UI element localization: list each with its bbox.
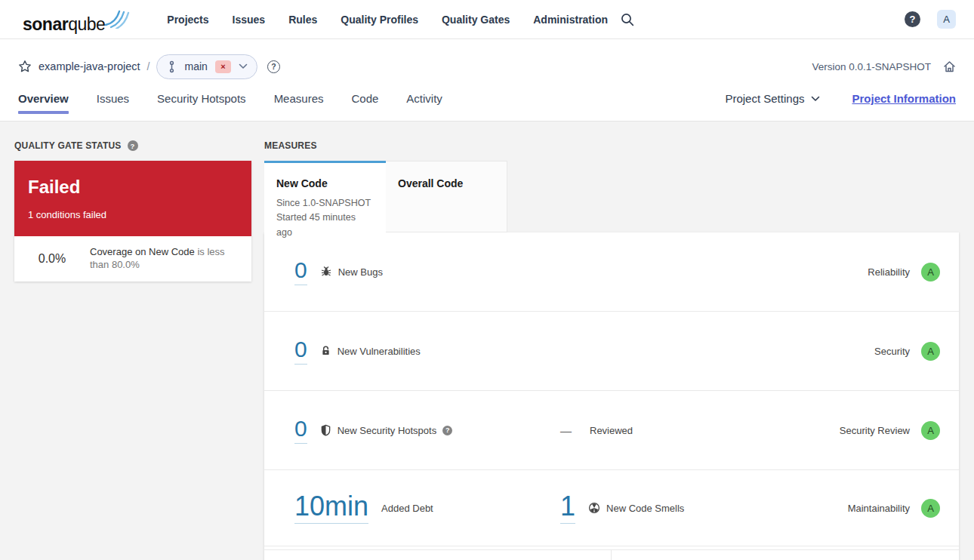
new-code-smells-count[interactable]: 1: [560, 493, 575, 524]
reviewed-label: Reviewed: [590, 425, 633, 436]
measures-title-text: MEASURES: [264, 140, 317, 151]
hotspots-help-icon[interactable]: ?: [442, 426, 452, 435]
new-code-tab-label: New Code: [276, 177, 374, 189]
added-debt-value[interactable]: 10min: [294, 493, 368, 524]
reliability-rating-badge[interactable]: A: [921, 263, 940, 282]
new-bugs-label: New Bugs: [338, 266, 383, 278]
new-bugs-count[interactable]: 0: [294, 259, 307, 285]
condition-metric: Coverage on New Code: [90, 246, 195, 257]
chevron-down-icon: [811, 96, 820, 102]
search-icon: [621, 13, 634, 26]
project-name-link[interactable]: example-java-project: [39, 60, 140, 72]
security-review-rating-badge[interactable]: A: [921, 421, 940, 440]
tab-measures[interactable]: Measures: [274, 88, 324, 122]
new-security-hotspots-count[interactable]: 0: [294, 417, 307, 444]
chevron-down-icon: [239, 63, 248, 69]
branch-name: main: [184, 60, 207, 72]
branch-failed-badge[interactable]: ×: [215, 60, 231, 73]
main-navigation: Projects Issues Rules Quality Profiles Q…: [167, 14, 608, 26]
duplications-cell-partial: [612, 549, 959, 560]
new-vulnerabilities-label-group: New Vulnerabilities: [320, 345, 421, 357]
logo-text: sonarqube: [23, 16, 105, 33]
project-settings-label: Project Settings: [725, 92, 804, 105]
reviewed-dash-value: —: [560, 424, 572, 437]
home-icon: [943, 60, 956, 73]
quality-gate-title-text: QUALITY GATE STATUS: [14, 140, 122, 151]
topbar-right-controls: ? A: [905, 10, 956, 29]
coverage-cell-partial: [264, 549, 612, 560]
tabs-right-actions: Project Settings Project Information: [725, 88, 956, 105]
nav-issues[interactable]: Issues: [233, 14, 266, 26]
nav-quality-profiles[interactable]: Quality Profiles: [341, 14, 418, 26]
project-settings-menu[interactable]: Project Settings: [725, 92, 820, 105]
project-tabs: Overview Issues Security Hotspots Measur…: [18, 88, 956, 122]
added-debt-label: Added Debt: [381, 503, 433, 514]
new-security-hotspots-label-group: New Security Hotspots ?: [320, 424, 453, 436]
maintainability-label: Maintainability: [848, 503, 910, 514]
new-code-smells-label: New Code Smells: [606, 503, 684, 514]
logo-swoosh-icon: [105, 6, 130, 29]
nav-projects[interactable]: Projects: [167, 14, 208, 26]
help-icon[interactable]: ?: [905, 11, 920, 27]
quality-gate-help-icon[interactable]: ?: [128, 140, 138, 151]
security-review-label: Security Review: [840, 425, 910, 436]
project-information-link[interactable]: Project Information: [852, 92, 956, 105]
nav-administration[interactable]: Administration: [533, 14, 608, 26]
measure-row-reliability: 0 New Bugs: [264, 232, 959, 312]
tab-security-hotspots[interactable]: Security Hotspots: [157, 88, 246, 122]
bug-icon: [320, 266, 332, 278]
quality-gate-condition-row[interactable]: 0.0% Coverage on New Code is less than 8…: [14, 236, 251, 282]
tab-code[interactable]: Code: [351, 88, 378, 122]
star-icon: [18, 60, 32, 73]
search-button[interactable]: [621, 13, 634, 26]
tab-new-code[interactable]: New Code Since 1.0-SNAPSHOT Started 45 m…: [264, 161, 386, 232]
measures-panel: 0 New Bugs: [264, 232, 959, 560]
home-branch-button[interactable]: [943, 60, 956, 73]
top-navigation-bar: sonarqube Projects Issues Rules Quality …: [0, 0, 974, 39]
favorite-star-button[interactable]: [18, 60, 32, 73]
reliability-label: Reliability: [868, 266, 910, 278]
quality-gate-title: QUALITY GATE STATUS ?: [14, 140, 251, 151]
project-version: Version 0.0.1-SNAPSHOT: [812, 61, 931, 72]
nav-rules[interactable]: Rules: [288, 14, 317, 26]
tab-activity[interactable]: Activity: [406, 88, 442, 122]
sonarqube-app: sonarqube Projects Issues Rules Quality …: [0, 0, 974, 560]
measure-row-security: 0 New Vulnerabilities: [264, 312, 959, 391]
quality-gate-card: Failed 1 conditions failed 0.0% Coverage…: [14, 161, 251, 282]
code-smell-icon: [588, 502, 600, 514]
tab-overview[interactable]: Overview: [18, 88, 69, 122]
lock-icon: [320, 345, 331, 357]
breadcrumb: example-java-project / main ×: [18, 53, 956, 80]
tab-issues[interactable]: Issues: [97, 88, 129, 122]
quality-gate-status: Failed: [28, 177, 238, 198]
breadcrumb-right: Version 0.0.1-SNAPSHOT: [812, 60, 956, 73]
measures-period-tabs: New Code Since 1.0-SNAPSHOT Started 45 m…: [264, 161, 959, 232]
breadcrumb-separator: /: [147, 60, 150, 72]
maintainability-rating-badge[interactable]: A: [921, 499, 940, 518]
branch-help-icon[interactable]: ?: [267, 60, 280, 73]
overview-content: QUALITY GATE STATUS ? Failed 1 condition…: [0, 122, 974, 560]
quality-gate-section: QUALITY GATE STATUS ? Failed 1 condition…: [14, 140, 251, 282]
hotspots-reviewed-group: — Reviewed: [560, 391, 633, 469]
measure-row-maintainability: 10min Added Debt 1: [264, 470, 959, 546]
security-rating-badge[interactable]: A: [921, 342, 940, 361]
new-vulnerabilities-count[interactable]: 0: [294, 338, 307, 365]
overall-code-tab-label: Overall Code: [398, 177, 495, 189]
branch-selector[interactable]: main ×: [156, 54, 257, 79]
new-vulnerabilities-label: New Vulnerabilities: [338, 346, 421, 357]
quality-gate-banner: Failed 1 conditions failed: [14, 161, 251, 236]
next-section-partial: [264, 546, 959, 560]
nav-quality-gates[interactable]: Quality Gates: [442, 14, 510, 26]
condition-description: Coverage on New Code is less than 80.0%: [90, 246, 241, 272]
measures-title: MEASURES: [264, 140, 959, 151]
new-code-since: Since 1.0-SNAPSHOT: [276, 196, 374, 211]
security-label: Security: [874, 346, 910, 357]
user-avatar[interactable]: A: [937, 10, 956, 29]
new-bugs-label-group: New Bugs: [320, 266, 383, 278]
sonarqube-logo[interactable]: sonarqube: [23, 6, 130, 33]
measure-row-security-review: 0 New Security Hotspots ?: [264, 391, 959, 470]
quality-gate-conditions-summary: 1 conditions failed: [28, 209, 238, 220]
new-code-smells-label-group: New Code Smells: [588, 502, 684, 514]
tab-overall-code[interactable]: Overall Code: [386, 161, 507, 232]
condition-value: 0.0%: [14, 252, 90, 266]
